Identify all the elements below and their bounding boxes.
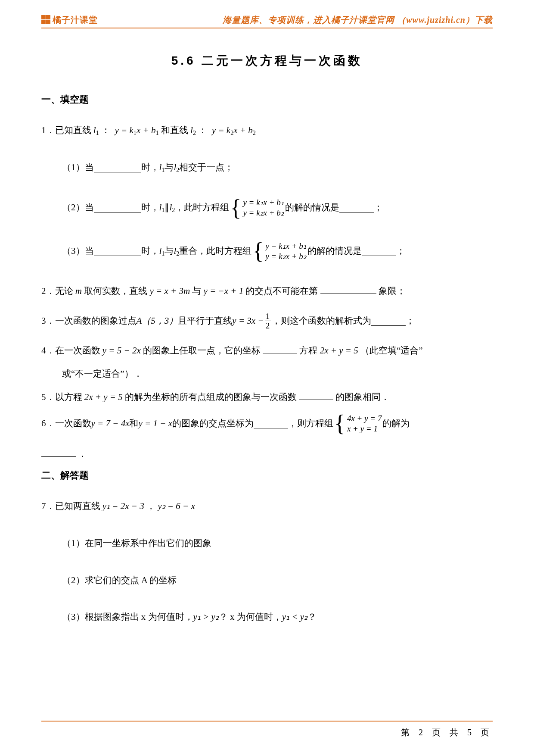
page-footer: 第 2 页 共 5 页 <box>401 727 493 738</box>
q7-sub1: （1）在同一坐标系中作出它们的图象 <box>62 536 493 551</box>
q4-line1: 4．在一次函数 y = 5 − 2x 的图象上任取一点，它的坐标 方程 2x +… <box>41 344 493 358</box>
q4-line2: 或“不一定适合”）． <box>62 367 493 381</box>
fill-blank[interactable] <box>94 247 141 256</box>
q6-line2: ． <box>41 447 493 462</box>
q3: 3．一次函数的图象过点 A（5，3） 且平行于直线 y = 3x − 1 2 ，… <box>41 312 493 330</box>
fill-blank[interactable] <box>299 390 333 400</box>
header-rule <box>41 28 493 28</box>
equation-system: { y = k₁x + b₁ y = k₂x + b₂ <box>230 197 284 219</box>
fill-blank[interactable] <box>94 163 141 172</box>
q7-sub2: （2）求它们的交点 A 的坐标 <box>62 573 493 588</box>
equation-system: { y = k₁x + b₁ y = k₂x + b₂ <box>252 241 306 262</box>
page-header: 橘子汁课堂 海量题库、专项训练，进入橘子汁课堂官网 （www.juzizhi.c… <box>41 13 493 27</box>
q6-line1: 6．一次函数 y = 7 − 4x 和 y = 1 − x 的图象的交点坐标为 … <box>41 413 493 434</box>
q1-text: 1．已知直线 <box>41 125 93 135</box>
parallel-symbol: ∥ <box>165 200 169 215</box>
fill-blank[interactable] <box>263 344 297 353</box>
equation-system: { 4x + y = 7 x + y = 1 <box>334 413 382 434</box>
brand-block: 橘子汁课堂 <box>41 14 98 26</box>
logo-icon <box>41 15 51 25</box>
q7-sub3: （3）根据图象指出 x 为何值时， y₁ > y₂ ？ x 为何值时， y₁ <… <box>62 610 493 625</box>
footer-rule <box>41 721 493 722</box>
q7-stem: 7．已知两直线 y₁ = 2x − 3 ， y₂ = 6 − x <box>41 499 493 514</box>
header-tagline: 海量题库、专项训练，进入橘子汁课堂官网 （www.juzizhi.cn）下载 <box>223 14 493 26</box>
q1-sub2: （2）当 时， l1 ∥ l2 ，此时方程组 { y = k₁x + b₁ y … <box>62 197 493 219</box>
q2: 2．无论 m 取何实数，直线 y = x + 3m 与 y = −x + 1 的… <box>41 284 493 299</box>
q5: 5．以方程 2x + y = 5 的解为坐标的所有点组成的图象与一次函数 的图象… <box>41 390 493 405</box>
page-title: 5.6 二元一次方程与一次函数 <box>41 53 493 69</box>
q1-sub3: （3）当 时， l1 与 l2 重合，此时方程组 { y = k₁x + b₁ … <box>62 241 493 262</box>
q1-sub1: （1）当 时， l1 与 l2 相交于一点； <box>62 160 493 175</box>
section-1-heading: 一、填空题 <box>41 93 493 106</box>
fraction: 1 2 <box>265 312 271 330</box>
fill-blank[interactable] <box>320 284 376 294</box>
brand-text: 橘子汁课堂 <box>53 14 98 26</box>
page-body: 橘子汁课堂 海量题库、专项训练，进入橘子汁课堂官网 （www.juzizhi.c… <box>41 13 493 625</box>
fill-blank[interactable] <box>254 419 288 428</box>
fill-blank[interactable] <box>41 447 76 457</box>
fill-blank[interactable] <box>362 247 396 256</box>
fill-blank[interactable] <box>371 316 406 326</box>
fill-blank[interactable] <box>94 203 141 212</box>
fill-blank[interactable] <box>339 203 374 212</box>
q1-stem: 1．已知直线 l1 ： y = k1x + b1 和直线 l2 ： y = k2… <box>41 123 493 138</box>
section-2-heading: 二、解答题 <box>41 469 493 482</box>
